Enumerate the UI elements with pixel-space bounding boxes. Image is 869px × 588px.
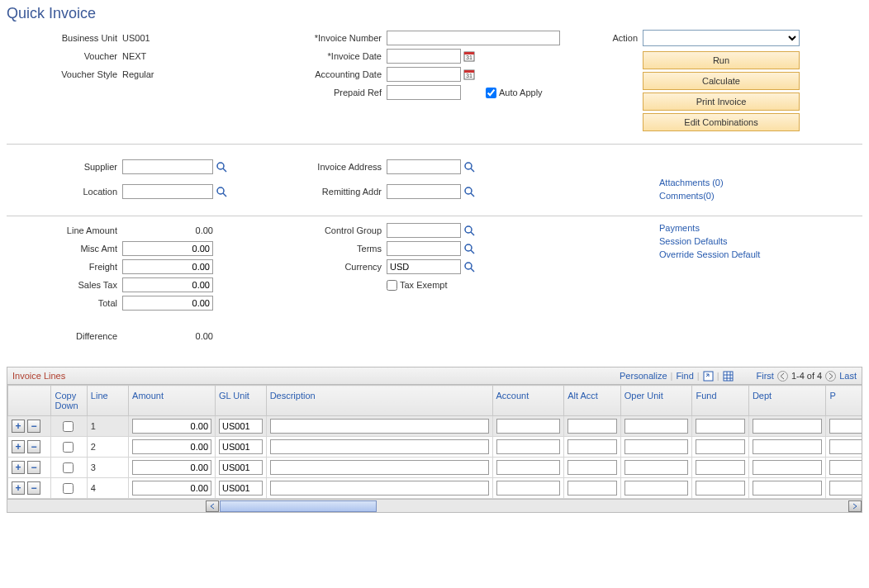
currency-input[interactable]	[387, 259, 461, 274]
delete-row-button[interactable]: −	[27, 440, 40, 453]
gl-unit-input[interactable]	[219, 460, 263, 475]
alt-acct-input[interactable]	[567, 481, 616, 496]
remitting-addr-input[interactable]	[387, 184, 461, 199]
sales-tax-input[interactable]	[122, 277, 213, 292]
oper-unit-input[interactable]	[624, 481, 689, 496]
delete-row-button[interactable]: −	[27, 481, 40, 495]
delete-row-button[interactable]: −	[27, 461, 40, 474]
location-input[interactable]	[122, 184, 213, 199]
nav-next-icon[interactable]	[825, 371, 836, 382]
col-alt-acct[interactable]: Alt Acct	[567, 391, 598, 401]
col-dept[interactable]: Dept	[753, 391, 772, 401]
dept-input[interactable]	[753, 481, 823, 496]
dept-input[interactable]	[753, 439, 823, 454]
col-line[interactable]: Line	[91, 391, 108, 401]
print-invoice-button[interactable]: Print Invoice	[643, 92, 800, 111]
account-input[interactable]	[496, 481, 561, 496]
oper-unit-input[interactable]	[624, 460, 689, 475]
fund-input[interactable]	[696, 439, 744, 454]
copy-down-checkbox[interactable]	[63, 421, 74, 432]
delete-row-button[interactable]: −	[27, 420, 40, 433]
alt-acct-input[interactable]	[567, 419, 616, 434]
lookup-icon[interactable]	[463, 261, 475, 273]
description-input[interactable]	[270, 460, 489, 475]
p-input[interactable]	[829, 419, 862, 434]
description-input[interactable]	[270, 419, 489, 434]
add-row-button[interactable]: +	[12, 440, 25, 453]
col-p[interactable]: P	[829, 391, 835, 401]
lookup-icon[interactable]	[463, 161, 475, 173]
scroll-thumb[interactable]	[220, 500, 377, 512]
misc-amt-input[interactable]	[122, 241, 213, 256]
col-amount[interactable]: Amount	[132, 391, 164, 401]
action-select[interactable]	[643, 30, 800, 46]
auto-apply-checkbox[interactable]	[486, 88, 496, 98]
description-input[interactable]	[270, 481, 489, 496]
nav-first[interactable]: First	[757, 371, 774, 381]
fund-input[interactable]	[696, 460, 744, 475]
calendar-icon[interactable]: 31	[463, 69, 475, 80]
dept-input[interactable]	[753, 460, 823, 475]
calendar-icon[interactable]: 31	[463, 50, 475, 62]
calculate-button[interactable]: Calculate	[643, 72, 800, 90]
col-description[interactable]: Description	[270, 391, 316, 401]
alt-acct-input[interactable]	[567, 439, 616, 454]
alt-acct-input[interactable]	[567, 460, 616, 475]
account-input[interactable]	[496, 419, 561, 434]
fund-input[interactable]	[696, 481, 744, 496]
accounting-date-input[interactable]	[387, 67, 461, 82]
amount-input[interactable]	[132, 460, 211, 475]
grid-horizontal-scrollbar[interactable]	[7, 500, 862, 513]
nav-last[interactable]: Last	[839, 371, 857, 381]
account-input[interactable]	[496, 439, 561, 454]
invoice-address-input[interactable]	[387, 159, 461, 174]
lookup-icon[interactable]	[463, 243, 475, 254]
invoice-number-input[interactable]	[387, 31, 560, 45]
gl-unit-input[interactable]	[219, 439, 263, 454]
total-input[interactable]	[122, 296, 213, 311]
tax-exempt-checkbox[interactable]	[387, 280, 397, 291]
control-group-input[interactable]	[387, 223, 461, 238]
p-input[interactable]	[829, 481, 862, 496]
comments-link[interactable]: Comments(0)	[659, 191, 849, 201]
find-link[interactable]: Find	[676, 371, 693, 381]
description-input[interactable]	[270, 439, 489, 454]
edit-combinations-button[interactable]: Edit Combinations	[643, 113, 800, 131]
gl-unit-input[interactable]	[219, 481, 263, 496]
zoom-icon[interactable]	[703, 371, 714, 382]
add-row-button[interactable]: +	[12, 420, 25, 433]
amount-input[interactable]	[132, 481, 211, 496]
fund-input[interactable]	[696, 419, 744, 434]
copy-down-checkbox[interactable]	[63, 483, 74, 494]
override-session-default-link[interactable]: Override Session Default	[659, 249, 849, 259]
p-input[interactable]	[829, 460, 862, 475]
col-copy-down[interactable]: Copy Down	[55, 391, 78, 410]
add-row-button[interactable]: +	[12, 461, 25, 474]
scroll-left-icon[interactable]	[206, 500, 219, 512]
add-row-button[interactable]: +	[12, 481, 25, 495]
oper-unit-input[interactable]	[624, 419, 689, 434]
spreadsheet-icon[interactable]	[723, 371, 734, 382]
lookup-icon[interactable]	[463, 186, 475, 197]
account-input[interactable]	[496, 460, 561, 475]
dept-input[interactable]	[753, 419, 823, 434]
lookup-icon[interactable]	[216, 161, 227, 173]
col-oper-unit[interactable]: Oper Unit	[624, 391, 663, 401]
payments-link[interactable]: Payments	[659, 223, 849, 233]
attachments-link[interactable]: Attachments (0)	[659, 178, 849, 187]
oper-unit-input[interactable]	[624, 439, 689, 454]
session-defaults-link[interactable]: Session Defaults	[659, 236, 849, 246]
p-input[interactable]	[829, 439, 862, 454]
gl-unit-input[interactable]	[219, 419, 263, 434]
run-button[interactable]: Run	[643, 51, 800, 69]
nav-prev-icon[interactable]	[777, 371, 788, 382]
supplier-input[interactable]	[122, 159, 213, 174]
amount-input[interactable]	[132, 439, 211, 454]
col-account[interactable]: Account	[496, 391, 529, 401]
lookup-icon[interactable]	[216, 186, 227, 197]
col-gl-unit[interactable]: GL Unit	[219, 391, 249, 401]
scroll-right-icon[interactable]	[848, 500, 862, 512]
col-fund[interactable]: Fund	[696, 391, 716, 401]
amount-input[interactable]	[132, 419, 211, 434]
copy-down-checkbox[interactable]	[63, 462, 74, 473]
